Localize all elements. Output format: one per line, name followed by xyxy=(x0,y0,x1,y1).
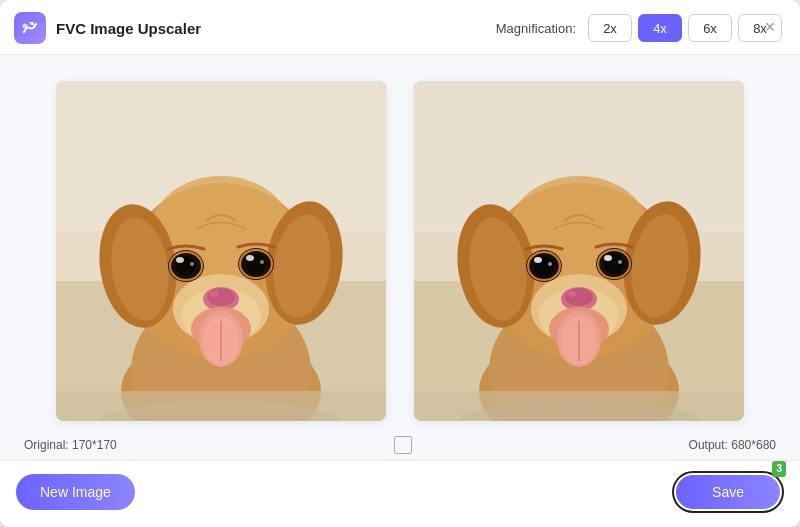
svg-point-17 xyxy=(210,291,218,297)
svg-rect-35 xyxy=(56,391,386,421)
svg-point-50 xyxy=(565,288,593,306)
mag-4x-button[interactable]: 4x xyxy=(638,14,682,42)
svg-point-59 xyxy=(534,257,542,263)
svg-point-26 xyxy=(190,262,194,266)
magnification-label: Magnification: xyxy=(496,21,576,36)
save-button-wrapper: Save xyxy=(672,471,784,513)
magnification-controls: 2x 4x 6x 8x xyxy=(588,14,782,42)
output-image-panel xyxy=(414,81,744,421)
app-window: FVC Image Upscaler Magnification: 2x 4x … xyxy=(0,0,800,527)
original-size-label: Original: 170*170 xyxy=(24,438,117,452)
new-image-button[interactable]: New Image xyxy=(16,474,135,510)
svg-point-31 xyxy=(246,255,254,261)
save-area: 3 Save xyxy=(672,471,784,513)
mag-2x-button[interactable]: 2x xyxy=(588,14,632,42)
svg-point-25 xyxy=(176,257,184,263)
output-size-label: Output: 680*680 xyxy=(689,438,776,452)
save-badge: 3 xyxy=(772,461,786,477)
svg-point-60 xyxy=(548,262,552,266)
svg-point-66 xyxy=(618,260,622,264)
compare-icon[interactable] xyxy=(394,436,412,454)
titlebar: FVC Image Upscaler Magnification: 2x 4x … xyxy=(0,0,800,55)
app-title: FVC Image Upscaler xyxy=(56,20,201,37)
svg-point-1 xyxy=(23,24,28,29)
main-content: Original: 170*170 Output: 680*680 xyxy=(0,55,800,460)
app-logo xyxy=(14,12,46,44)
images-row xyxy=(24,73,776,428)
close-button[interactable]: × xyxy=(756,13,784,41)
footer: New Image 3 Save xyxy=(0,460,800,527)
svg-point-65 xyxy=(604,255,612,261)
svg-point-51 xyxy=(568,291,576,297)
output-image xyxy=(414,81,744,421)
mag-6x-button[interactable]: 6x xyxy=(688,14,732,42)
svg-point-16 xyxy=(207,288,235,306)
original-image-panel xyxy=(56,81,386,421)
save-button[interactable]: Save xyxy=(676,475,780,509)
original-image xyxy=(56,81,386,421)
info-bar: Original: 170*170 Output: 680*680 xyxy=(24,428,776,460)
svg-point-32 xyxy=(260,260,264,264)
svg-rect-69 xyxy=(414,391,744,421)
